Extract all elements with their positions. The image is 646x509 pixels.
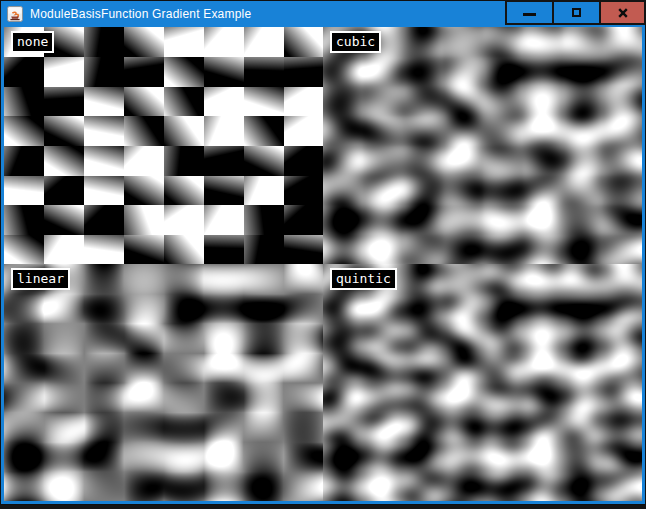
titlebar[interactable]: ModuleBasisFunction Gradient Example (1, 1, 645, 27)
noise-canvas-quintic (323, 264, 642, 501)
close-button[interactable] (599, 0, 646, 25)
window-title: ModuleBasisFunction Gradient Example (30, 1, 251, 27)
panel-label-none: none (11, 31, 54, 53)
panel-label-quintic: quintic (330, 268, 397, 290)
window-controls (505, 0, 646, 25)
java-coffee-cup-icon (7, 6, 23, 22)
minimize-dash-icon (523, 13, 536, 16)
noise-grid: none cubic linear quintic (4, 27, 642, 501)
noise-panel-quintic: quintic (323, 264, 642, 501)
noise-panel-none: none (4, 27, 323, 264)
minimize-button[interactable] (505, 0, 552, 25)
noise-canvas-cubic (323, 27, 642, 264)
app-window: ModuleBasisFunction Gradient Example non… (0, 0, 646, 505)
close-x-icon (616, 6, 630, 20)
panel-label-linear: linear (11, 268, 70, 290)
maximize-button[interactable] (552, 0, 599, 25)
maximize-square-icon (572, 8, 581, 17)
noise-panel-cubic: cubic (323, 27, 642, 264)
noise-canvas-linear (4, 264, 323, 501)
noise-panel-linear: linear (4, 264, 323, 501)
panel-label-cubic: cubic (330, 31, 381, 53)
noise-canvas-none (4, 27, 323, 264)
